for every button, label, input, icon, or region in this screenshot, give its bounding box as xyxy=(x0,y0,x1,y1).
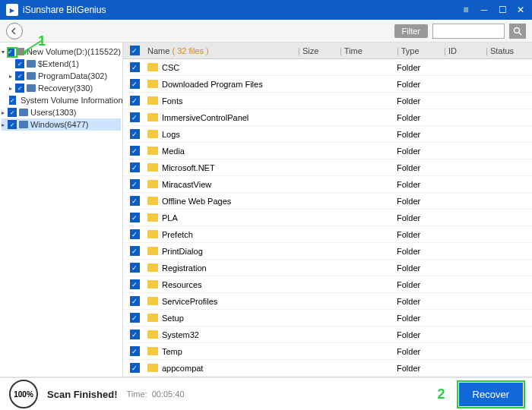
file-row[interactable]: ✓LogsFolder xyxy=(123,126,532,143)
folder-tree: ▾✓New Volume(D:)(115522)✓$Extend(1)▸✓Pro… xyxy=(0,43,123,377)
row-checkbox[interactable]: ✓ xyxy=(130,279,140,289)
annotation-highlight-1 xyxy=(7,47,17,58)
col-type[interactable]: Type xyxy=(401,46,420,55)
svg-marker-3 xyxy=(21,49,27,55)
file-row[interactable]: ✓PrintDialogFolder xyxy=(123,243,532,260)
scan-status: Scan Finished! xyxy=(47,389,117,400)
file-name: System32 xyxy=(162,330,199,339)
col-status[interactable]: Status xyxy=(490,46,514,55)
folder-icon xyxy=(147,247,158,255)
tree-item[interactable]: ▸✓Users(1303) xyxy=(2,106,121,118)
row-checkbox[interactable]: ✓ xyxy=(130,313,140,323)
search-button[interactable] xyxy=(509,24,526,39)
filter-button[interactable]: Filter xyxy=(394,24,428,38)
folder-icon xyxy=(147,364,158,372)
file-row[interactable]: ✓ServiceProfilesFolder xyxy=(123,293,532,310)
row-checkbox[interactable]: ✓ xyxy=(130,129,140,139)
tree-checkbox[interactable]: ✓ xyxy=(8,108,17,117)
file-type: Folder xyxy=(397,96,444,106)
tree-item[interactable]: ▸✓Recovery(330) xyxy=(2,82,121,94)
row-checkbox[interactable]: ✓ xyxy=(130,162,140,172)
row-checkbox[interactable]: ✓ xyxy=(130,62,140,72)
chevron-icon[interactable]: ▸ xyxy=(9,73,15,80)
file-row[interactable]: ✓PLAFolder xyxy=(123,210,532,226)
file-row[interactable]: ✓Microsoft.NETFolder xyxy=(123,159,532,176)
file-row[interactable]: ✓ImmersiveControlPanelFolder xyxy=(123,109,532,126)
chevron-icon[interactable]: ▸ xyxy=(2,121,8,128)
back-button[interactable] xyxy=(6,23,23,39)
tree-item[interactable]: ▸✓ProgramData(302) xyxy=(2,70,121,82)
recover-button[interactable]: Recover xyxy=(459,383,523,406)
chevron-icon[interactable]: ▾ xyxy=(2,49,7,55)
file-name: ImmersiveControlPanel xyxy=(162,113,249,122)
folder-icon xyxy=(147,347,158,355)
close-icon[interactable]: ✕ xyxy=(515,5,526,15)
folder-icon xyxy=(147,163,158,172)
file-row[interactable]: ✓appcompatFolder xyxy=(123,360,532,377)
tree-checkbox[interactable]: ✓ xyxy=(9,96,16,105)
tree-checkbox[interactable]: ✓ xyxy=(15,71,24,80)
folder-icon xyxy=(147,197,158,205)
tree-checkbox[interactable]: ✓ xyxy=(15,59,24,68)
row-checkbox[interactable]: ✓ xyxy=(130,263,140,273)
file-type: Folder xyxy=(397,297,444,306)
file-row[interactable]: ✓CSCFolder xyxy=(123,59,532,76)
tree-item[interactable]: ✓$Extend(1) xyxy=(2,58,121,70)
row-checkbox[interactable]: ✓ xyxy=(130,346,140,356)
tree-item[interactable]: ✓System Volume Information(8) xyxy=(2,94,121,106)
file-type: Folder xyxy=(397,364,444,373)
annotation-arrow-icon xyxy=(21,39,44,55)
row-checkbox[interactable]: ✓ xyxy=(130,296,140,306)
file-row[interactable]: ✓MiracastViewFolder xyxy=(123,176,532,193)
file-count: ( 32 files ) xyxy=(172,46,208,55)
maximize-icon[interactable]: ☐ xyxy=(497,5,508,15)
chevron-icon[interactable]: ▸ xyxy=(2,109,8,116)
file-type: Folder xyxy=(397,330,444,339)
file-row[interactable]: ✓System32Folder xyxy=(123,326,532,343)
col-name[interactable]: Name xyxy=(147,46,169,55)
file-name: MiracastView xyxy=(162,180,211,189)
file-type: Folder xyxy=(397,147,444,156)
row-checkbox[interactable]: ✓ xyxy=(130,196,140,206)
scan-time: Time: 00:05:40 xyxy=(126,390,184,399)
row-checkbox[interactable]: ✓ xyxy=(130,112,140,122)
file-row[interactable]: ✓FontsFolder xyxy=(123,93,532,109)
col-size[interactable]: Size xyxy=(302,46,318,55)
row-checkbox[interactable]: ✓ xyxy=(130,330,140,339)
chevron-icon[interactable]: ▸ xyxy=(9,85,15,92)
file-row[interactable]: ✓SetupFolder xyxy=(123,310,532,326)
file-name: PrintDialog xyxy=(162,247,203,256)
row-checkbox[interactable]: ✓ xyxy=(130,96,140,106)
titlebar: ▸ iSunshare BitGenius ≡ ─ ☐ ✕ xyxy=(0,0,532,20)
row-checkbox[interactable]: ✓ xyxy=(130,213,140,222)
search-input[interactable] xyxy=(432,24,505,39)
folder-icon xyxy=(147,113,158,121)
file-row[interactable]: ✓TempFolder xyxy=(123,343,532,360)
row-checkbox[interactable]: ✓ xyxy=(130,179,140,189)
minimize-icon[interactable]: ─ xyxy=(479,5,489,15)
col-time[interactable]: Time xyxy=(344,46,363,55)
file-row[interactable]: ✓RegistrationFolder xyxy=(123,260,532,276)
file-row[interactable]: ✓ResourcesFolder xyxy=(123,276,532,293)
file-row[interactable]: ✓PrefetchFolder xyxy=(123,226,532,243)
row-checkbox[interactable]: ✓ xyxy=(130,146,140,156)
file-type: Folder xyxy=(397,180,444,189)
tree-label: Windows(6477) xyxy=(30,120,88,129)
tree-checkbox[interactable]: ✓ xyxy=(8,120,17,129)
tree-checkbox[interactable]: ✓ xyxy=(15,84,24,93)
row-checkbox[interactable]: ✓ xyxy=(130,229,140,239)
file-row[interactable]: ✓Offline Web PagesFolder xyxy=(123,193,532,210)
col-id[interactable]: ID xyxy=(448,46,457,55)
tree-item[interactable]: ▸✓Windows(6477) xyxy=(2,118,121,131)
tree-item[interactable]: ▾✓New Volume(D:)(115522) xyxy=(2,46,121,58)
file-row[interactable]: ✓MediaFolder xyxy=(123,143,532,159)
select-all-checkbox[interactable]: ✓ xyxy=(130,46,140,55)
file-row[interactable]: ✓Downloaded Program FilesFolder xyxy=(123,76,532,93)
row-checkbox[interactable]: ✓ xyxy=(130,246,140,256)
toolbar: Filter xyxy=(0,20,532,43)
file-list-body[interactable]: ✓CSCFolder✓Downloaded Program FilesFolde… xyxy=(123,59,532,377)
row-checkbox[interactable]: ✓ xyxy=(130,79,140,89)
menu-icon[interactable]: ≡ xyxy=(461,5,471,15)
footer: 100% Scan Finished! Time: 00:05:40 2 Rec… xyxy=(0,377,532,410)
row-checkbox[interactable]: ✓ xyxy=(130,363,140,373)
